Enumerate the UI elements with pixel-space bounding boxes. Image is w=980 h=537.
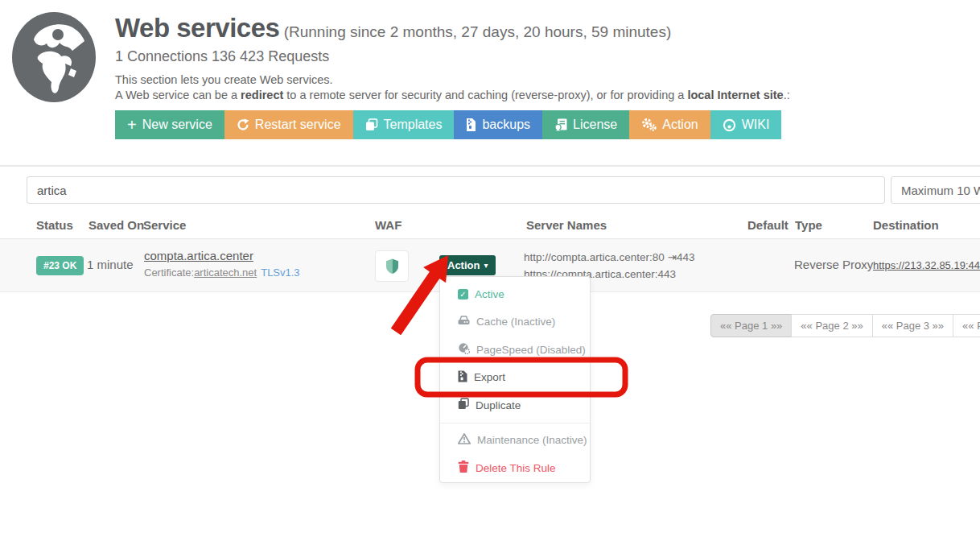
- row-action-button[interactable]: Action ▾: [439, 255, 496, 275]
- uptime-text: (Running since 2 months, 27 days, 20 hou…: [279, 23, 671, 40]
- page-title: Web services (Running since 2 months, 27…: [115, 13, 671, 43]
- duplicate-icon: [458, 398, 469, 412]
- arrow-to-port-icon: ⇥: [668, 251, 677, 263]
- menu-item-delete-rule[interactable]: Delete This Rule: [440, 454, 590, 482]
- col-header-type: Type: [795, 218, 822, 232]
- menu-divider: [440, 423, 590, 423]
- tls-version: TLSv1.3: [261, 266, 299, 279]
- page-title-text: Web services: [115, 13, 279, 43]
- templates-button[interactable]: Templates: [353, 110, 455, 139]
- type-cell: Reverse Proxy: [794, 258, 873, 271]
- server-name-http: http://compta.artica.center:80 ⇥443: [524, 250, 694, 263]
- checkbox-checked-icon: ✓: [458, 289, 468, 299]
- backups-button[interactable]: backups: [454, 110, 542, 139]
- col-header-status: Status: [36, 218, 73, 232]
- menu-item-export[interactable]: Export: [440, 364, 590, 392]
- section-divider: [0, 165, 980, 167]
- menu-item-duplicate[interactable]: Duplicate: [440, 391, 590, 419]
- caret-down-icon: ▾: [484, 261, 488, 270]
- max-results-input[interactable]: Maximum 10 We: [891, 176, 980, 204]
- toolbar: + New service Restart service Templates …: [115, 110, 781, 139]
- page-3-button[interactable]: «« Page 3 »»: [872, 314, 953, 337]
- restart-service-button[interactable]: Restart service: [224, 110, 353, 139]
- menu-item-maintenance[interactable]: Maintenance (Inactive): [440, 427, 590, 455]
- action-toolbar-button[interactable]: Action: [629, 110, 710, 139]
- certificate-cell: Certificate:articatech.netTLSv1.3: [144, 266, 300, 279]
- pagination: «« Page 1 »» «« Page 2 »» «« Page 3 »» «…: [710, 314, 980, 337]
- page-1-button[interactable]: «« Page 1 »»: [710, 314, 792, 337]
- copy-icon: [365, 118, 378, 131]
- search-input[interactable]: artica: [27, 176, 885, 204]
- page-4-button[interactable]: «« Page 4 »»: [953, 314, 980, 337]
- zip-file-icon: [466, 118, 476, 131]
- menu-item-cache[interactable]: Cache (Inactive): [440, 308, 590, 337]
- web-services-page: Web services (Running since 2 months, 27…: [0, 0, 980, 537]
- description-line-2: A Web service can be a redirect to a rem…: [115, 89, 790, 101]
- pagespeed-gauge-icon: [458, 342, 470, 357]
- status-badge: #23 OK: [36, 256, 84, 275]
- menu-item-pagespeed[interactable]: PageSpeed (Disabled): [440, 336, 590, 364]
- globe-africa-icon: [11, 10, 97, 104]
- col-header-saved-on: Saved On: [89, 218, 144, 232]
- wiki-button[interactable]: WIKI: [710, 110, 782, 139]
- new-service-button[interactable]: + New service: [115, 110, 224, 139]
- col-header-waf: WAF: [375, 218, 401, 232]
- gears-icon: [641, 118, 657, 131]
- menu-item-active[interactable]: ✓ Active: [440, 280, 590, 308]
- globe-question-icon: [723, 118, 736, 132]
- cache-disk-icon: [458, 315, 470, 328]
- description-line-1: This section lets you create Web service…: [115, 73, 333, 86]
- refresh-icon: [237, 118, 249, 131]
- col-header-server-names: Server Names: [526, 218, 607, 232]
- action-dropdown-menu: ✓ Active Cache (Inactive) PageSpeed (Dis…: [439, 276, 591, 483]
- connections-requests-stats: 1 Connections 136 423 Requests: [115, 48, 329, 65]
- shield-half-icon: [385, 258, 399, 275]
- destination-link[interactable]: https://213.32.85.19:443: [873, 259, 980, 271]
- warning-triangle-icon: [458, 433, 471, 447]
- saved-on-cell: 1 minute: [87, 258, 134, 271]
- license-button[interactable]: License: [542, 110, 629, 139]
- col-header-default: Default: [747, 218, 789, 232]
- certificate-link[interactable]: articatech.net: [194, 266, 257, 279]
- license-icon: [554, 118, 567, 131]
- export-zip-icon: [458, 370, 467, 385]
- col-header-destination: Destination: [873, 218, 939, 232]
- waf-shield-button[interactable]: [375, 250, 409, 282]
- col-header-service: Service: [143, 218, 186, 232]
- service-link[interactable]: compta.artica.center: [144, 249, 253, 262]
- trash-icon: [458, 461, 469, 475]
- plus-icon: +: [127, 116, 137, 134]
- page-2-button[interactable]: «« Page 2 »»: [791, 314, 872, 337]
